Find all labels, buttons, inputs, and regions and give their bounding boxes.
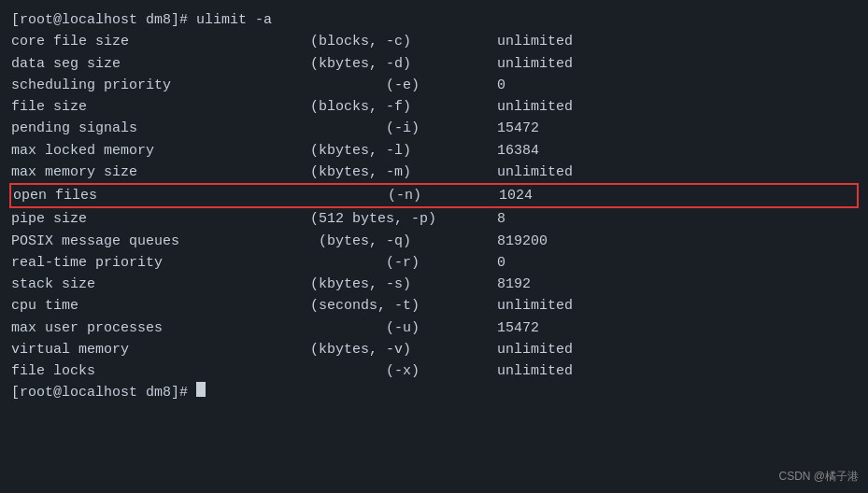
- line-unit: (kbytes, -v): [310, 339, 497, 360]
- terminal-window: [root@localhost dm8]# ulimit -a core fil…: [0, 0, 868, 493]
- line-label: open files: [13, 185, 312, 206]
- line-label: pending signals: [11, 118, 310, 139]
- terminal-line-core-file-size: core file size (blocks, -c) unlimited: [11, 31, 857, 52]
- terminal-line-max-memory-size: max memory size (kbytes, -m) unlimited: [11, 162, 857, 183]
- line-label: POSIX message queues: [11, 231, 310, 252]
- line-unit: (-n): [312, 185, 499, 206]
- line-value: 1024: [499, 185, 533, 206]
- terminal-line-posix-message-queues: POSIX message queues (bytes, -q) 819200: [11, 231, 857, 252]
- line-unit: (bytes, -q): [310, 231, 497, 252]
- line-unit: (kbytes, -m): [310, 162, 497, 183]
- terminal-line-virtual-memory: virtual memory (kbytes, -v) unlimited: [11, 339, 857, 360]
- line-value: unlimited: [497, 162, 573, 183]
- line-label: file locks: [11, 360, 310, 382]
- line-value: 0: [497, 252, 505, 274]
- line-value: 0: [497, 75, 505, 96]
- line-label: max memory size: [11, 162, 310, 183]
- terminal-cursor: [196, 382, 206, 397]
- terminal-line-file-locks: file locks (-x) unlimited: [11, 360, 857, 382]
- line-value: 8192: [497, 274, 531, 295]
- line-label: data seg size: [11, 53, 310, 75]
- terminal-line-open-files-highlighted: open files (-n) 1024: [9, 183, 859, 208]
- terminal-line-pending-signals: pending signals (-i) 15472: [11, 118, 857, 139]
- line-unit: (-u): [310, 317, 497, 339]
- terminal-line-data-seg-size: data seg size (kbytes, -d) unlimited: [11, 53, 857, 75]
- line-unit: (512 bytes, -p): [310, 208, 497, 230]
- final-prompt-text: [root@localhost dm8]#: [11, 382, 196, 403]
- line-unit: (seconds, -t): [310, 295, 497, 317]
- line-value: unlimited: [497, 31, 573, 52]
- line-label: max locked memory: [11, 140, 310, 162]
- line-unit: (-i): [310, 118, 497, 139]
- line-unit: (blocks, -f): [310, 96, 497, 118]
- line-label: scheduling priority: [11, 75, 310, 96]
- line-label: virtual memory: [11, 339, 310, 360]
- terminal-line-max-user-processes: max user processes (-u) 15472: [11, 317, 857, 339]
- line-value: unlimited: [497, 53, 573, 75]
- line-value: 819200: [497, 231, 548, 252]
- line-unit: (kbytes, -s): [310, 274, 497, 295]
- line-unit: (-r): [310, 252, 497, 274]
- terminal-line-final-prompt: [root@localhost dm8]#: [11, 382, 857, 403]
- watermark-text: CSDN @橘子港: [778, 468, 859, 486]
- line-value: unlimited: [497, 295, 573, 317]
- line-label: real-time priority: [11, 252, 310, 274]
- terminal-line-stack-size: stack size (kbytes, -s) 8192: [11, 274, 857, 295]
- line-unit: (kbytes, -l): [310, 140, 497, 162]
- line-value: unlimited: [497, 360, 573, 382]
- line-label: cpu time: [11, 295, 310, 317]
- line-value: 15472: [497, 118, 539, 139]
- terminal-line-cpu-time: cpu time (seconds, -t) unlimited: [11, 295, 857, 317]
- line-value: 16384: [497, 140, 539, 162]
- line-value: 15472: [497, 317, 539, 339]
- line-label: stack size: [11, 274, 310, 295]
- line-label: max user processes: [11, 317, 310, 339]
- line-label: core file size: [11, 31, 310, 52]
- terminal-line-scheduling-priority: scheduling priority (-e) 0: [11, 75, 857, 96]
- terminal-line-pipe-size: pipe size (512 bytes, -p) 8: [11, 208, 857, 230]
- prompt-text: [root@localhost dm8]# ulimit -a: [11, 9, 272, 31]
- terminal-line-max-locked-memory: max locked memory (kbytes, -l) 16384: [11, 140, 857, 162]
- line-label: pipe size: [11, 208, 310, 230]
- line-unit: (kbytes, -d): [310, 53, 497, 75]
- line-value: 8: [497, 208, 505, 230]
- terminal-line-file-size: file size (blocks, -f) unlimited: [11, 96, 857, 118]
- terminal-screen[interactable]: [root@localhost dm8]# ulimit -a core fil…: [0, 0, 868, 493]
- line-value: unlimited: [497, 339, 573, 360]
- terminal-line-prompt-ulimit: [root@localhost dm8]# ulimit -a: [11, 9, 857, 31]
- line-value: unlimited: [497, 96, 573, 118]
- terminal-line-real-time-priority: real-time priority (-r) 0: [11, 252, 857, 274]
- line-unit: (-e): [310, 75, 497, 96]
- line-unit: (-x): [310, 360, 497, 382]
- line-label: file size: [11, 96, 310, 118]
- line-unit: (blocks, -c): [310, 31, 497, 52]
